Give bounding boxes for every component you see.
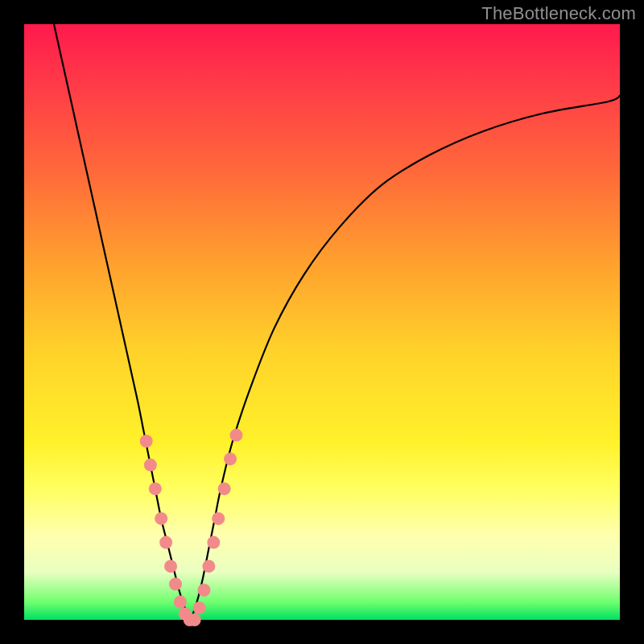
data-marker — [174, 596, 187, 609]
watermark-text: TheBottleneck.com — [481, 3, 636, 24]
marker-group — [140, 429, 243, 626]
data-marker — [140, 435, 153, 448]
left-curve — [54, 24, 191, 620]
data-marker — [144, 459, 157, 472]
data-marker — [149, 482, 162, 495]
curve-group — [54, 24, 620, 620]
data-marker — [159, 536, 172, 549]
chart-svg — [24, 24, 620, 620]
data-marker — [207, 536, 220, 549]
data-marker — [169, 578, 182, 591]
data-marker — [188, 613, 201, 626]
data-marker — [197, 584, 210, 597]
data-marker — [193, 601, 206, 614]
data-marker — [229, 429, 242, 442]
right-curve — [191, 96, 620, 620]
data-marker — [218, 482, 231, 495]
data-marker — [212, 512, 225, 525]
data-marker — [155, 512, 167, 525]
data-marker — [202, 559, 215, 572]
plot-area — [24, 24, 620, 620]
chart-frame: TheBottleneck.com — [0, 0, 644, 644]
data-marker — [224, 452, 237, 465]
data-marker — [164, 559, 177, 572]
